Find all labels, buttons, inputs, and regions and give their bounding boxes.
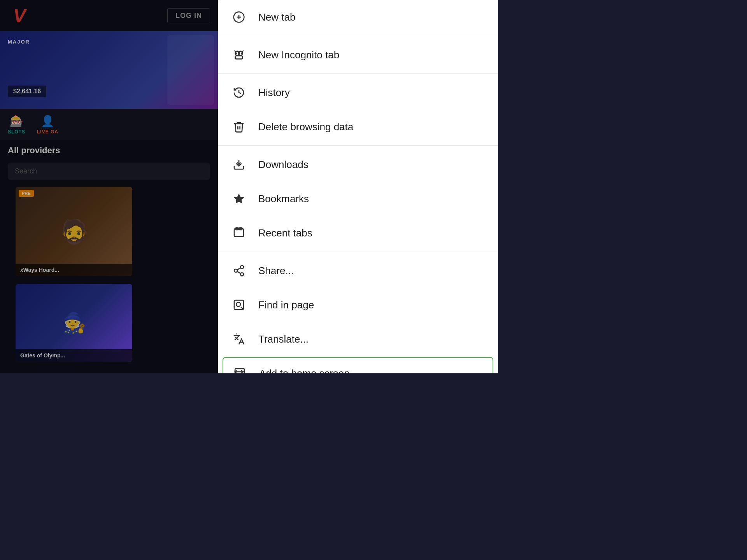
bookmarks-label: Bookmarks (258, 193, 486, 205)
recent-tabs-label: Recent tabs (258, 227, 486, 239)
translate-label: Translate... (258, 333, 486, 345)
menu-item-add-to-home[interactable]: Add to home screen (223, 357, 493, 373)
svg-point-17 (240, 273, 244, 276)
trash-icon (230, 118, 247, 135)
divider-1 (218, 36, 498, 36)
svg-rect-5 (235, 56, 243, 59)
share-label: Share... (258, 265, 486, 277)
svg-marker-11 (234, 194, 244, 203)
delete-browsing-label: Delete browsing data (258, 121, 486, 133)
history-label: History (258, 87, 486, 99)
svg-point-7 (241, 52, 242, 54)
menu-item-find-in-page[interactable]: Find in page (218, 288, 498, 322)
menu-item-bookmarks[interactable]: Bookmarks (218, 182, 498, 216)
download-icon (230, 156, 247, 173)
add-home-icon (231, 365, 248, 373)
svg-line-19 (237, 268, 240, 270)
add-to-home-label: Add to home screen (259, 368, 485, 374)
history-icon (230, 84, 247, 101)
menu-item-translate[interactable]: Translate... (218, 322, 498, 356)
menu-item-history[interactable]: History (218, 75, 498, 110)
menu-item-recent-tabs[interactable]: Recent tabs (218, 216, 498, 250)
menu-item-incognito[interactable]: New Incognito tab (218, 38, 498, 72)
menu-item-new-tab[interactable]: New tab (218, 0, 498, 34)
menu-item-downloads[interactable]: Downloads (218, 147, 498, 182)
svg-point-21 (236, 302, 240, 306)
svg-point-16 (234, 269, 237, 272)
menu-item-delete-browsing[interactable]: Delete browsing data (218, 110, 498, 144)
svg-line-8 (234, 51, 236, 52)
divider-2 (218, 74, 498, 74)
new-tab-label: New tab (258, 11, 486, 23)
star-icon (230, 190, 247, 207)
svg-point-15 (240, 266, 244, 269)
svg-line-22 (241, 307, 243, 309)
svg-point-6 (235, 52, 237, 54)
incognito-label: New Incognito tab (258, 49, 486, 61)
svg-line-9 (242, 51, 244, 52)
downloads-label: Downloads (258, 159, 486, 171)
incognito-icon (230, 46, 247, 63)
find-in-page-label: Find in page (258, 299, 486, 311)
svg-line-18 (237, 271, 240, 273)
menu-item-share[interactable]: Share... (218, 254, 498, 288)
find-icon (230, 296, 247, 313)
recent-tabs-icon (230, 224, 247, 242)
context-menu: New tab New Incognito tab (218, 0, 498, 373)
divider-4 (218, 252, 498, 252)
plus-circle-icon (230, 9, 247, 26)
translate-icon (230, 331, 247, 348)
divider-3 (218, 145, 498, 146)
share-icon (230, 262, 247, 279)
